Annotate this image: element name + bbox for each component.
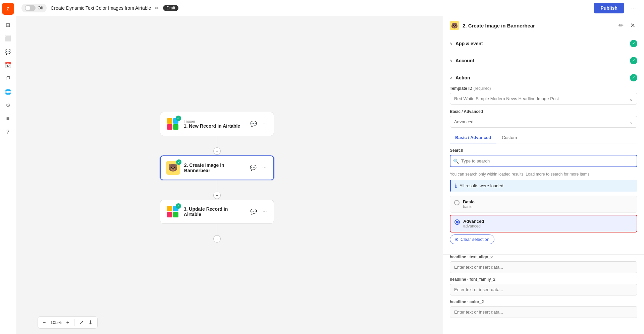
publish-button[interactable]: Publish bbox=[594, 3, 624, 13]
clear-selection-button[interactable]: ⊗ Clear selection bbox=[450, 235, 494, 244]
field-label-color-2: headline · color_2 bbox=[450, 299, 637, 304]
basic-advanced-select-wrap: Advanced Basic bbox=[450, 116, 637, 128]
more-button[interactable]: ··· bbox=[628, 3, 639, 13]
canvas: ✓ Trigger 1. New Record in Airtable 💬 ··… bbox=[32, 16, 443, 334]
section-action: ∧ Action ✓ Template ID (required) ⌄ bbox=[443, 69, 644, 255]
add-step-1[interactable]: + bbox=[213, 147, 221, 155]
svg-rect-9 bbox=[173, 212, 178, 217]
radio-title-advanced: Advanced bbox=[463, 219, 484, 224]
radio-title-basic: Basic bbox=[463, 199, 475, 204]
node-comment-bannerbear[interactable]: 💬 bbox=[249, 163, 258, 172]
node-trigger[interactable]: ✓ Trigger 1. New Record in Airtable 💬 ··… bbox=[160, 112, 274, 136]
zoom-in-button[interactable]: + bbox=[65, 319, 71, 326]
node-actions-airtable-update: 💬 ··· bbox=[249, 207, 268, 216]
download-button[interactable]: ⬇ bbox=[87, 319, 94, 326]
tab-custom[interactable]: Custom bbox=[496, 132, 522, 143]
field-color-2: headline · color_2 bbox=[450, 299, 637, 322]
panel-close-button[interactable]: ✕ bbox=[628, 21, 637, 30]
node-icon-airtable-update: ✓ bbox=[166, 205, 180, 219]
radio-basic[interactable]: Basic basic bbox=[450, 196, 637, 213]
zoom-out-button[interactable]: − bbox=[41, 319, 47, 326]
node-text-trigger: Trigger 1. New Record in Airtable bbox=[184, 119, 245, 129]
add-step-2[interactable]: + bbox=[213, 192, 221, 199]
sidebar-item-table[interactable]: ≡ bbox=[2, 113, 14, 125]
svg-rect-4 bbox=[173, 124, 178, 130]
canvas-content: ✓ Trigger 1. New Record in Airtable 💬 ··… bbox=[160, 112, 274, 239]
radio-dot-advanced bbox=[454, 219, 460, 225]
sidebar-item-help[interactable]: ? bbox=[2, 126, 14, 138]
add-step-3[interactable]: + bbox=[213, 235, 221, 243]
node-airtable-update[interactable]: ✓ 3. Update Record in Airtable 💬 ··· bbox=[160, 200, 274, 224]
section-account-title: Account bbox=[455, 58, 474, 63]
sidebar: Z ⊞ ⬜ 💬 📅 ⏱ 🌐 ⚙ ≡ ? bbox=[0, 0, 16, 334]
draft-badge: Draft bbox=[163, 5, 178, 11]
field-text-align-v: headline · text_align_v bbox=[450, 255, 637, 277]
action-check: ✓ bbox=[630, 74, 637, 81]
radio-subtitle-basic: basic bbox=[463, 204, 475, 209]
node-bannerbear[interactable]: 🐻 ✓ 2. Create Image in Bannerbear 💬 ··· bbox=[160, 155, 274, 180]
info-banner-text: All results were loaded. bbox=[460, 183, 504, 188]
sidebar-item-grid[interactable]: ⊞ bbox=[2, 19, 14, 31]
svg-rect-1 bbox=[167, 118, 172, 124]
radio-subtitle-advanced: advanced bbox=[463, 224, 484, 228]
node-more-airtable-update[interactable]: ··· bbox=[261, 207, 268, 216]
search-label: Search bbox=[450, 148, 637, 153]
section-action-title-row: ∧ Action bbox=[450, 75, 470, 80]
section-account-header[interactable]: ∨ Account ✓ bbox=[450, 57, 637, 64]
sidebar-item-comments[interactable]: 💬 bbox=[2, 46, 14, 58]
node-more-trigger[interactable]: ··· bbox=[261, 120, 268, 128]
node-comment-airtable-update[interactable]: 💬 bbox=[249, 207, 258, 216]
tab-basic-advanced[interactable]: Basic / Advanced bbox=[450, 132, 496, 143]
panel-body: ∨ App & event ✓ ∨ Account ✓ bbox=[443, 35, 644, 334]
fit-screen-button[interactable]: ⤢ bbox=[78, 319, 85, 326]
node-check-airtable-update: ✓ bbox=[176, 203, 181, 209]
svg-rect-8 bbox=[167, 212, 172, 217]
chevron-account-icon: ∨ bbox=[450, 58, 453, 63]
right-panel: 🐻 2. Create Image in Bannerbear ✏ ✕ ∨ Ap… bbox=[443, 16, 644, 334]
node-more-bannerbear[interactable]: ··· bbox=[261, 163, 268, 172]
panel-header-title: 2. Create Image in Bannerbear bbox=[463, 23, 613, 28]
info-banner: ℹ All results were loaded. bbox=[450, 180, 637, 192]
section-app-event: ∨ App & event ✓ bbox=[443, 35, 644, 52]
app-event-check: ✓ bbox=[630, 40, 637, 47]
section-app-event-title: App & event bbox=[455, 41, 483, 46]
node-comment-trigger[interactable]: 💬 bbox=[249, 119, 258, 128]
workflow-title: Create Dynamic Text Color Images from Ai… bbox=[51, 5, 151, 11]
search-hint: You can search only within loaded result… bbox=[450, 172, 637, 177]
radio-text-basic: Basic basic bbox=[463, 199, 475, 209]
field-font-family-2: headline · font_family_2 bbox=[450, 277, 637, 299]
toggle-thumb bbox=[25, 6, 30, 10]
account-check: ✓ bbox=[630, 57, 637, 64]
node-icon-trigger: ✓ bbox=[166, 117, 180, 131]
template-id-field: Template ID (required) ⌄ bbox=[450, 86, 637, 105]
panel-header: 🐻 2. Create Image in Bannerbear ✏ ✕ bbox=[443, 16, 644, 35]
search-field: Search 🔍 bbox=[450, 148, 637, 167]
search-input[interactable] bbox=[450, 155, 637, 167]
sidebar-item-globe[interactable]: 🌐 bbox=[2, 86, 14, 98]
sidebar-item-calendar[interactable]: 📅 bbox=[2, 59, 14, 71]
node-icon-bannerbear: 🐻 ✓ bbox=[166, 161, 180, 175]
zapier-logo[interactable]: Z bbox=[2, 3, 14, 15]
field-input-text-align-v[interactable] bbox=[450, 261, 637, 273]
template-id-label: Template ID (required) bbox=[450, 86, 637, 91]
template-id-input[interactable] bbox=[450, 93, 637, 105]
edit-icon[interactable]: ✏ bbox=[155, 5, 159, 11]
toggle-wrap[interactable]: Off bbox=[21, 4, 47, 12]
panel-edit-button[interactable]: ✏ bbox=[616, 21, 626, 30]
basic-advanced-select[interactable]: Advanced Basic bbox=[450, 116, 637, 128]
section-account: ∨ Account ✓ bbox=[443, 52, 644, 69]
node-label-trigger: Trigger bbox=[184, 119, 245, 123]
clear-selection-label: Clear selection bbox=[461, 237, 489, 242]
radio-advanced[interactable]: Advanced advanced bbox=[450, 215, 637, 232]
search-icon: 🔍 bbox=[453, 158, 459, 164]
section-app-event-header[interactable]: ∨ App & event ✓ bbox=[450, 40, 637, 47]
field-input-color-2[interactable] bbox=[450, 306, 637, 318]
main-wrap: ✓ Trigger 1. New Record in Airtable 💬 ··… bbox=[32, 16, 644, 334]
field-input-font-family-2[interactable] bbox=[450, 284, 637, 295]
sidebar-item-settings[interactable]: ⚙ bbox=[2, 99, 14, 111]
sidebar-item-pages[interactable]: ⬜ bbox=[2, 32, 14, 44]
clear-selection-icon: ⊗ bbox=[455, 237, 459, 242]
toggle-track[interactable] bbox=[25, 5, 36, 11]
sidebar-item-history[interactable]: ⏱ bbox=[2, 72, 14, 84]
node-title-trigger: 1. New Record in Airtable bbox=[184, 123, 245, 129]
